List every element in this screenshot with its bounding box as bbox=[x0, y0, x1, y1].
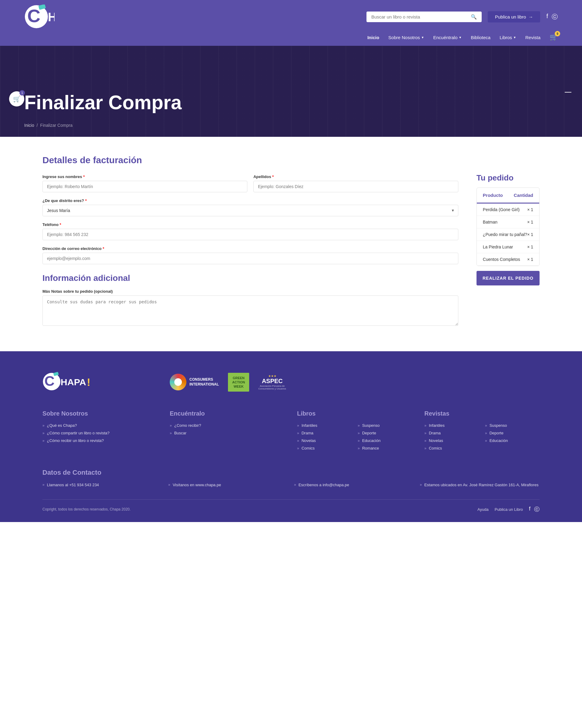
col-quantity: Cantidad bbox=[514, 192, 533, 198]
nav-inicio[interactable]: Inicio bbox=[367, 35, 379, 40]
chevron-right-icon: » bbox=[358, 431, 360, 435]
logo[interactable]: C HAPA ! bbox=[24, 4, 55, 29]
footer-nav-sobre-nosotros: Sobre Nosotros » ¿Qué es Chapa? » ¿Cómo … bbox=[43, 410, 158, 453]
footer-contact: Datos de Contacto » Llamanos al +51 934 … bbox=[43, 469, 539, 487]
phone-row: Teléfono * bbox=[43, 222, 458, 240]
footer: C HAPA ! CONSUMERS INTERNATIONAL GREEN A… bbox=[0, 351, 582, 522]
footer-nav-item[interactable]: » Novelas bbox=[297, 438, 352, 443]
consumers-international-logo: CONSUMERS INTERNATIONAL bbox=[170, 374, 219, 390]
district-select[interactable]: Jesus María bbox=[43, 205, 458, 216]
district-group: ¿De que distrito eres? * Jesus María ▼ bbox=[43, 199, 458, 216]
search-input[interactable] bbox=[371, 14, 468, 19]
last-name-input[interactable] bbox=[253, 181, 458, 192]
green-action-week-logo: GREEN ACTION WEEK bbox=[228, 373, 249, 392]
breadcrumb-home[interactable]: Inicio bbox=[24, 123, 34, 128]
footer-nav-item[interactable]: » Romance bbox=[358, 446, 412, 450]
phone-label: Teléfono * bbox=[43, 222, 458, 227]
footer-nav-item[interactable]: » ¿Como recibir? bbox=[170, 423, 285, 428]
breadcrumb-current: Finalizar Compra bbox=[40, 123, 73, 128]
chevron-right-icon: » bbox=[170, 431, 172, 435]
info-title: Información adicional bbox=[43, 273, 458, 283]
footer-nav-item[interactable]: » Suspenso bbox=[358, 423, 412, 428]
libros-subgrid: » Infantiles » Drama » Novelas » Comics bbox=[297, 423, 412, 453]
chevron-right-icon: » bbox=[294, 483, 296, 487]
consumers-circle-icon bbox=[170, 374, 187, 390]
footer-nav-item[interactable]: » Infantiles bbox=[297, 423, 352, 428]
col-product: Producto bbox=[483, 192, 514, 198]
notes-group: Más Notas sobre tu pedido (opcional) bbox=[43, 289, 458, 327]
nav-revista[interactable]: Revista bbox=[525, 35, 541, 40]
hero-section: 🛒 1 Finalizar Compra Inicio / Finalizar … bbox=[0, 46, 582, 137]
chevron-right-icon: » bbox=[43, 439, 45, 443]
facebook-icon[interactable]: f bbox=[529, 506, 530, 513]
floating-cart-button[interactable]: 🛒 1 bbox=[9, 91, 24, 106]
order-panel: Producto Cantidad Perdida (Gone Girl) × … bbox=[476, 187, 539, 266]
item-qty: × 1 bbox=[527, 232, 533, 237]
footer-nav-item[interactable]: » Novelas bbox=[424, 438, 479, 443]
chevron-right-icon: » bbox=[358, 439, 360, 443]
nav-libros[interactable]: Libros ▼ bbox=[500, 35, 516, 40]
footer-nav-item[interactable]: » ¿Cómo compartir un libro o revista? bbox=[43, 431, 158, 435]
footer-nav-item[interactable]: » Suspenso bbox=[485, 423, 539, 428]
chevron-right-icon: » bbox=[170, 423, 172, 428]
instagram-icon[interactable]: ⓒ bbox=[552, 13, 558, 21]
billing-section: Detalles de facturación Ingrese sus nomb… bbox=[43, 155, 458, 333]
nav-sobre-nosotros[interactable]: Sobre Nosotros ▼ bbox=[388, 35, 424, 40]
scroll-indicator: | bbox=[564, 91, 573, 93]
footer-nav-item[interactable]: » ¿Cómo recibir un libro o revista? bbox=[43, 438, 158, 443]
svg-text:!: ! bbox=[87, 376, 90, 388]
breadcrumb-separator: / bbox=[37, 123, 38, 128]
consumers-text: CONSUMERS INTERNATIONAL bbox=[190, 378, 219, 387]
revistas-subgrid: » Infantiles » Drama » Novelas » Comics bbox=[424, 423, 539, 453]
order-item: Perdida (Gone Girl) × 1 bbox=[477, 204, 539, 216]
facebook-icon[interactable]: f bbox=[546, 13, 548, 21]
aspec-sub: Asociación Peruana de Consumidores y Usu… bbox=[258, 385, 286, 390]
notes-input[interactable] bbox=[43, 295, 458, 326]
footer-nav-item[interactable]: » Drama bbox=[424, 431, 479, 435]
svg-text:C: C bbox=[27, 6, 40, 26]
footer-nav-item[interactable]: » Deporte bbox=[358, 431, 412, 435]
footer-nav-item[interactable]: » Buscar bbox=[170, 431, 285, 435]
footer-nav-item[interactable]: » ¿Qué es Chapa? bbox=[43, 423, 158, 428]
notes-label: Más Notas sobre tu pedido (opcional) bbox=[43, 289, 458, 294]
footer-nav-libros: Libros » Infantiles » Drama » Novelas bbox=[297, 410, 412, 453]
place-order-button[interactable]: REALIZAR EL PEDIDO bbox=[476, 271, 539, 285]
search-button[interactable]: 🔍 bbox=[471, 14, 477, 20]
order-item: ¿Puedo mirar tu pañal? × 1 bbox=[477, 228, 539, 241]
help-link[interactable]: Ayuda bbox=[477, 507, 489, 512]
footer-nav-revistas: Revistas » Infantiles » Drama » Novelas bbox=[424, 410, 539, 453]
chevron-right-icon: » bbox=[168, 483, 170, 487]
order-item: Cuentos Completos × 1 bbox=[477, 253, 539, 266]
order-title: Tu pedido bbox=[476, 173, 539, 183]
nav-biblioteca[interactable]: Biblioteca bbox=[471, 35, 491, 40]
chevron-right-icon: » bbox=[420, 483, 422, 487]
email-input[interactable] bbox=[43, 253, 458, 264]
main-content: Detalles de facturación Ingrese sus nomb… bbox=[0, 137, 582, 351]
footer-nav-item[interactable]: » Educación bbox=[485, 438, 539, 443]
order-item: Batman × 1 bbox=[477, 216, 539, 228]
nav-encuentralo[interactable]: Encuéntralo ▼ bbox=[433, 35, 462, 40]
publish-button[interactable]: Publica un libro → bbox=[488, 11, 541, 22]
svg-rect-7 bbox=[53, 372, 59, 376]
floating-cart-badge: 1 bbox=[20, 90, 25, 96]
footer-nav-item[interactable]: » Educación bbox=[358, 438, 412, 443]
cart-icon[interactable]: 🛒 9 bbox=[550, 33, 558, 41]
footer-nav-item[interactable]: » Drama bbox=[297, 431, 352, 435]
item-name: La Piedra Lunar bbox=[483, 244, 527, 249]
instagram-icon[interactable]: ⓒ bbox=[534, 506, 539, 513]
order-section: Tu pedido Producto Cantidad Perdida (Gon… bbox=[476, 173, 539, 333]
chevron-right-icon: » bbox=[43, 483, 45, 487]
district-select-wrapper: Jesus María ▼ bbox=[43, 205, 458, 216]
first-name-input[interactable] bbox=[43, 181, 247, 192]
footer-nav-item[interactable]: » Comics bbox=[297, 446, 352, 450]
footer-nav-item[interactable]: » Deporte bbox=[485, 431, 539, 435]
footer-nav-item[interactable]: » Infantiles bbox=[424, 423, 479, 428]
chevron-right-icon: » bbox=[485, 439, 487, 443]
footer-logo[interactable]: C HAPA ! bbox=[43, 369, 91, 395]
phone-input[interactable] bbox=[43, 229, 458, 240]
publish-link[interactable]: Publica un Libro bbox=[495, 507, 523, 512]
item-name: ¿Puedo mirar tu pañal? bbox=[483, 232, 527, 237]
social-icons: f ⓒ bbox=[546, 13, 558, 21]
footer-nav-item[interactable]: » Comics bbox=[424, 446, 479, 450]
district-label: ¿De que distrito eres? * bbox=[43, 199, 458, 203]
